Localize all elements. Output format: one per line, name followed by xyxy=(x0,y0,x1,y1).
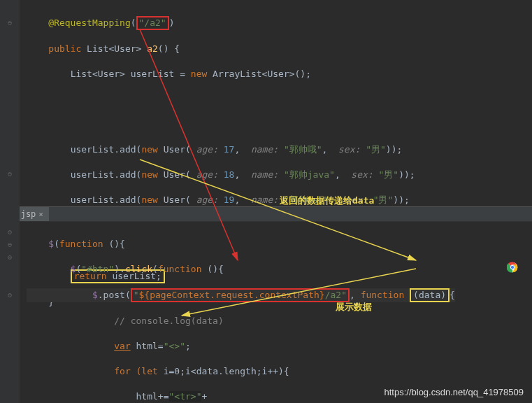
svg-point-5 xyxy=(510,265,514,269)
chrome-icon[interactable] xyxy=(507,262,518,273)
code-area-bottom[interactable]: ⊖ ⊖ ⊖ ⊖ $(function (){ $("#btn").click(f… xyxy=(0,222,532,403)
top-editor-panel: ⊖ ⊖ @RequestMapping("/a2") public List<U… xyxy=(0,0,532,207)
data-param-highlight: (data) xyxy=(410,288,450,302)
annotation: @RequestMapping xyxy=(48,17,130,28)
editor-wrapper: ⊖ ⊖ @RequestMapping("/a2") public List<U… xyxy=(0,0,532,403)
watermark: https://blog.csdn.net/qq_41978509 xyxy=(384,387,524,397)
code-lines-bottom[interactable]: $(function (){ $("#btn").click(function … xyxy=(20,222,455,403)
url-path-highlight: "${pageContext.request.contextPath}/a2" xyxy=(131,288,350,302)
annotation-show-data: 展示数据 xyxy=(336,301,372,313)
annotation-return-data: 返回的数据传递给data xyxy=(280,195,374,207)
url-highlight: "/a2" xyxy=(136,16,169,30)
gutter-bottom: ⊖ ⊖ ⊖ ⊖ xyxy=(0,222,20,403)
bottom-editor-panel: ⊖ ⊖ ⊖ ⊖ $(function (){ $("#btn").click(f… xyxy=(0,222,532,403)
